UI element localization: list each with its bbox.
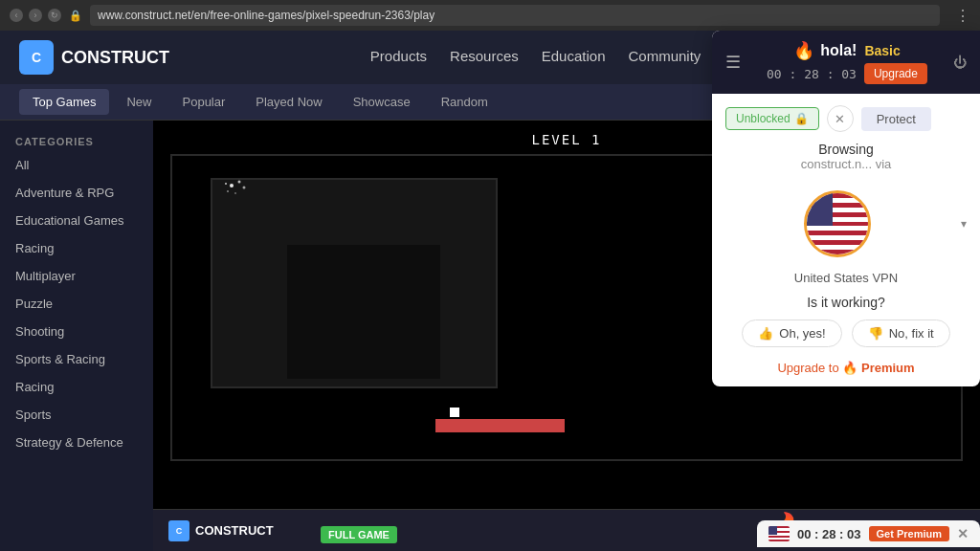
lock-icon: 🔒 bbox=[69, 10, 82, 22]
lock-badge-icon: 🔒 bbox=[794, 112, 809, 125]
subnav-new[interactable]: New bbox=[113, 89, 165, 115]
hola-logo-group: 🔥 hola! Basic 00 : 28 : 03 Upgrade bbox=[767, 40, 927, 84]
game-level-text: LEVEL 1 bbox=[531, 132, 601, 147]
hola-brand: hola! bbox=[820, 42, 857, 59]
nav-item-resources[interactable]: Resources bbox=[450, 44, 519, 71]
player-sprite bbox=[450, 408, 459, 417]
protect-button[interactable]: Protect bbox=[861, 107, 931, 131]
svg-point-4 bbox=[234, 192, 236, 194]
logo[interactable]: C CONSTRUCT bbox=[19, 40, 169, 75]
sidebar-item-multiplayer[interactable]: Multiplayer bbox=[0, 262, 153, 290]
construct-icon-small: C bbox=[168, 520, 189, 541]
thumbs-up-icon: 👍 bbox=[758, 326, 773, 341]
sidebar-heading: CATEGORIES bbox=[0, 132, 153, 151]
premium-flame-icon: 🔥 bbox=[842, 361, 858, 375]
maze-block-2 bbox=[287, 245, 440, 379]
flag-row: ▾ bbox=[725, 181, 967, 267]
sidebar-item-sports-racing[interactable]: Sports & Racing bbox=[0, 345, 153, 373]
sidebar-item-shooting[interactable]: Shooting bbox=[0, 318, 153, 345]
premium-label: Premium bbox=[861, 361, 915, 375]
hola-menu-icon[interactable]: ☰ bbox=[725, 52, 741, 73]
power-icon[interactable]: ⏻ bbox=[953, 55, 967, 70]
yes-button[interactable]: 👍 Oh, yes! bbox=[742, 320, 841, 347]
working-label: Is it working? bbox=[725, 295, 967, 310]
bottom-timer-overlay: 00 : 28 : 03 Get Premium ✕ bbox=[757, 520, 980, 547]
hola-flame-icon: 🔥 bbox=[793, 40, 814, 61]
no-label: No, fix it bbox=[889, 326, 934, 341]
thumbs-down-icon: 👎 bbox=[868, 326, 883, 341]
forward-button[interactable]: › bbox=[29, 9, 42, 22]
hola-logo: 🔥 hola! Basic bbox=[793, 40, 901, 61]
sidebar-item-all[interactable]: All bbox=[0, 151, 153, 179]
subnav-showcase[interactable]: Showcase bbox=[340, 89, 424, 115]
sidebar-item-puzzle[interactable]: Puzzle bbox=[0, 290, 153, 318]
hola-popup: ☰ 🔥 hola! Basic 00 : 28 : 03 Upgrade ⏻ U… bbox=[712, 31, 980, 386]
browsing-line1: Browsing bbox=[725, 142, 967, 157]
red-platform bbox=[435, 419, 565, 432]
sidebar-item-racing[interactable]: Racing bbox=[0, 234, 153, 262]
upgrade-premium-text: Upgrade to bbox=[777, 361, 838, 375]
dropdown-arrow-icon[interactable]: ▾ bbox=[961, 217, 967, 231]
svg-point-3 bbox=[243, 187, 246, 189]
sidebar-item-adventure[interactable]: Adventure & RPG bbox=[0, 179, 153, 207]
feedback-row: 👍 Oh, yes! 👎 No, fix it bbox=[725, 320, 967, 347]
svg-point-0 bbox=[230, 184, 234, 187]
logo-text: CONSTRUCT bbox=[61, 48, 169, 68]
full-game-badge: FULL GAME bbox=[321, 526, 397, 543]
browser-menu-button[interactable]: ⋮ bbox=[955, 7, 970, 25]
construct-logo-label: CONSTRUCT bbox=[195, 523, 274, 538]
yes-label: Oh, yes! bbox=[779, 326, 825, 341]
svg-point-2 bbox=[227, 190, 229, 192]
sidebar-item-racing2[interactable]: Racing bbox=[0, 373, 153, 401]
nav-item-community[interactable]: Community bbox=[628, 44, 701, 71]
hola-timer-row: 00 : 28 : 03 Upgrade bbox=[767, 63, 927, 84]
browsing-line2: construct.n... via bbox=[725, 157, 967, 171]
logo-icon: C bbox=[19, 40, 54, 75]
unblock-row: Unblocked 🔒 ✕ Protect bbox=[725, 105, 967, 132]
address-bar[interactable]: www.construct.net/en/free-online-games/p… bbox=[90, 5, 940, 26]
upgrade-premium-button[interactable]: Upgrade to 🔥 Premium bbox=[725, 361, 967, 375]
svg-point-5 bbox=[225, 183, 227, 185]
particle-effect bbox=[220, 178, 258, 210]
hola-x-button[interactable]: ✕ bbox=[827, 105, 854, 132]
construct-logo-small: C CONSTRUCT bbox=[168, 520, 274, 541]
bottom-bar: C CONSTRUCT FULL GAME ? ↗ ⛶ 🔥 bbox=[153, 509, 980, 551]
bottom-timer-text: 00 : 28 : 03 bbox=[797, 527, 861, 541]
sidebar-item-defence[interactable]: Strategy & Defence bbox=[0, 429, 153, 456]
flag-circle-us[interactable] bbox=[804, 190, 871, 257]
hola-plan: Basic bbox=[864, 43, 900, 58]
flag-small-us bbox=[768, 526, 790, 541]
sidebar: CATEGORIES All Adventure & RPG Education… bbox=[0, 121, 153, 551]
sidebar-item-educational[interactable]: Educational Games bbox=[0, 207, 153, 234]
nav-item-products[interactable]: Products bbox=[370, 44, 427, 71]
upgrade-button[interactable]: Upgrade bbox=[864, 63, 927, 84]
hola-header: ☰ 🔥 hola! Basic 00 : 28 : 03 Upgrade ⏻ bbox=[712, 31, 980, 94]
unblocked-badge: Unblocked 🔒 bbox=[725, 107, 819, 130]
unblocked-label: Unblocked bbox=[736, 112, 791, 125]
browser-chrome: ‹ › ↻ 🔒 www.construct.net/en/free-online… bbox=[0, 0, 980, 31]
hola-body: Unblocked 🔒 ✕ Protect Browsing construct… bbox=[712, 94, 980, 386]
no-button[interactable]: 👎 No, fix it bbox=[852, 320, 950, 347]
get-premium-button[interactable]: Get Premium bbox=[869, 526, 949, 541]
nav-item-education[interactable]: Education bbox=[542, 44, 606, 71]
flag-us-canton bbox=[807, 193, 833, 226]
svg-point-1 bbox=[238, 181, 241, 184]
sidebar-item-sports[interactable]: Sports bbox=[0, 401, 153, 429]
subnav-played-now[interactable]: Played Now bbox=[242, 89, 335, 115]
browsing-section: Browsing construct.n... via bbox=[725, 142, 967, 171]
subnav-top-games[interactable]: Top Games bbox=[19, 89, 109, 115]
back-button[interactable]: ‹ bbox=[10, 9, 23, 22]
browser-controls: ‹ › ↻ bbox=[10, 9, 61, 22]
url-text: www.construct.net/en/free-online-games/p… bbox=[98, 9, 434, 22]
subnav-random[interactable]: Random bbox=[428, 89, 501, 115]
refresh-button[interactable]: ↻ bbox=[48, 9, 61, 22]
hola-time: 00 : 28 : 03 bbox=[767, 67, 857, 81]
subnav-popular[interactable]: Popular bbox=[169, 89, 239, 115]
bottom-close-button[interactable]: ✕ bbox=[957, 526, 969, 541]
vpn-label: United States VPN bbox=[725, 271, 967, 285]
